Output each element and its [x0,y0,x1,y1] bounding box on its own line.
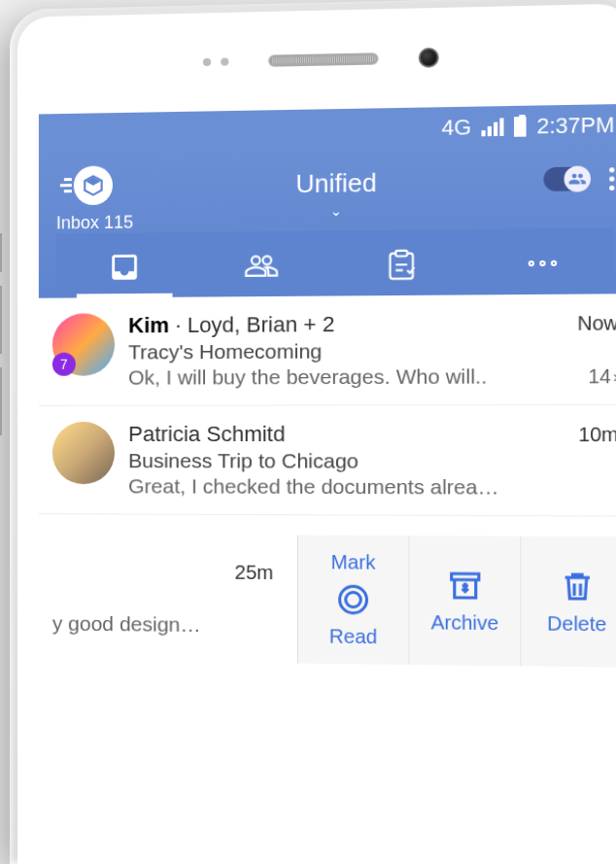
signal-icon [482,118,504,136]
screen: 4G 2:37PM Inbox 115 [39,104,616,864]
sender: Kim · Loyd, Brian + 2 [128,312,334,339]
swipe-actions: Mark Read Archive Delete [297,536,616,668]
battery-icon [514,117,527,137]
archive-icon [446,568,483,604]
speaker-grille [268,52,378,66]
volume-down-button [0,367,2,435]
avatar[interactable] [52,422,115,484]
subject: Business Trip to Chicago [128,449,616,473]
timestamp: 25m [52,560,284,584]
tab-tasks[interactable] [331,247,472,295]
avatar[interactable]: 7 [52,313,115,376]
volume-up-button [0,286,2,354]
people-icon [565,165,591,191]
clock: 2:37PM [536,112,614,139]
mark-read-icon [335,582,371,618]
network-label: 4G [442,115,472,141]
mailbox-selector[interactable]: Unified ⌄ [295,161,376,219]
inbox-count: Inbox 115 [56,212,133,233]
delete-button[interactable]: Delete [520,536,616,668]
trash-icon [559,568,596,604]
overflow-menu-icon[interactable] [609,167,614,190]
inbox-indicator[interactable]: Inbox 115 [56,165,133,233]
app-logo-icon [73,165,116,209]
subject: Tracy's Homecoming [128,338,616,364]
mark-read-button[interactable]: Mark Read [298,536,409,665]
mailbox-title: Unified [295,168,376,200]
phone-hardware-top [17,3,616,114]
timestamp: Now [577,312,616,335]
chevron-down-icon: ⌄ [295,202,376,219]
more-icon [529,260,557,266]
account-toggle[interactable] [543,167,591,191]
email-list[interactable]: 7 Kim · Loyd, Brian + 2 Now Tracy's Home… [39,294,616,677]
contacts-icon [245,249,279,283]
app-header: Inbox 115 Unified ⌄ [39,146,616,298]
tab-contacts[interactable] [192,249,331,297]
front-camera [419,48,439,68]
preview: Great, I checked the documents alrea… [128,474,616,500]
timestamp: 10m [578,424,616,447]
preview: y good design… [52,611,284,638]
tab-inbox[interactable] [56,250,192,298]
email-row[interactable]: 7 Kim · Loyd, Brian + 2 Now Tracy's Home… [39,294,616,406]
archive-button[interactable]: Archive [408,536,520,666]
inbox-icon [108,251,141,285]
svg-point-0 [340,586,367,613]
clipboard-icon [384,248,418,282]
tab-more[interactable] [472,259,615,281]
svg-point-1 [346,592,360,606]
tab-bar [56,227,615,297]
power-button [0,233,2,272]
unread-badge: 7 [52,353,76,376]
email-row-swiped[interactable]: 25m y good design… Mark Read Archive [39,514,616,677]
phone-frame: 4G 2:37PM Inbox 115 [10,0,616,864]
email-row[interactable]: Patricia Schmitd 10m Business Trip to Ch… [39,405,616,517]
sender: Patricia Schmitd [128,422,285,447]
preview: Ok, I will buy the beverages. Who will.. [128,364,487,390]
thread-count[interactable]: 14› [588,365,616,389]
